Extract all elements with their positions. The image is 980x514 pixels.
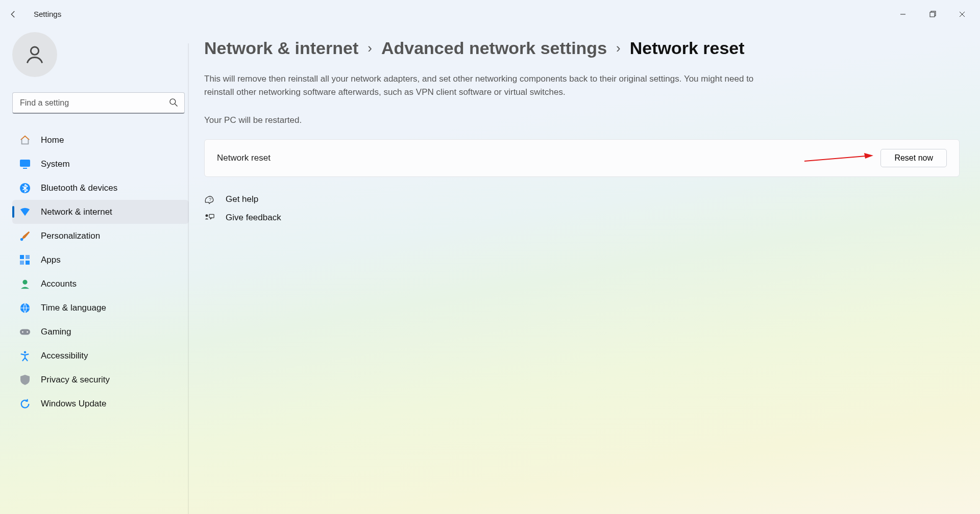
sidebar-item-label: Time & language [41,303,106,313]
svg-point-21 [24,351,27,353]
sidebar-item-personalization[interactable]: Personalization [12,224,189,248]
breadcrumb-item-current: Network reset [630,38,745,58]
sidebar-item-label: Network & internet [41,207,112,217]
update-icon [19,398,31,409]
svg-rect-9 [23,168,27,169]
svg-rect-2 [930,12,935,17]
chevron-right-icon: › [368,40,372,56]
sidebar-item-label: Bluetooth & devices [41,183,117,193]
accounts-icon [19,278,31,290]
sidebar-nav: Home System Bluetooth & devices Network … [12,128,189,416]
annotation-arrow [271,152,881,164]
svg-rect-15 [26,261,30,265]
svg-marker-23 [864,153,873,159]
reset-now-button[interactable]: Reset now [880,149,947,167]
svg-line-22 [804,156,866,161]
sidebar-item-update[interactable]: Windows Update [12,392,189,416]
svg-point-19 [22,331,23,332]
shield-icon [19,374,31,386]
window-title: Settings [34,10,61,18]
back-button[interactable] [3,4,23,24]
content: Network & internet › Advanced network se… [189,28,980,514]
svg-rect-18 [20,329,30,335]
svg-line-7 [175,104,178,107]
close-button[interactable] [947,4,977,24]
sidebar-item-apps[interactable]: Apps [12,248,189,272]
sidebar-item-privacy[interactable]: Privacy & security [12,368,189,392]
accessibility-icon [19,350,31,362]
avatar[interactable] [12,32,57,77]
svg-text:?: ? [209,197,211,202]
sidebar-item-label: Home [41,135,64,145]
svg-point-6 [170,99,176,105]
bluetooth-icon [19,183,31,194]
sidebar-item-label: Accounts [41,279,77,289]
help-icon: ? [204,194,214,204]
svg-rect-13 [26,255,30,259]
titlebar: Settings [0,0,980,28]
svg-rect-14 [20,261,24,265]
sidebar-item-label: System [41,159,70,169]
feedback-icon [204,213,214,223]
svg-point-25 [206,214,208,217]
sidebar-item-label: Apps [41,255,61,265]
sidebar-item-time[interactable]: Time & language [12,296,189,320]
apps-icon [19,254,31,266]
search-input[interactable] [12,92,185,114]
sidebar-item-accounts[interactable]: Accounts [12,272,189,296]
sidebar-item-system[interactable]: System [12,152,189,176]
system-icon [19,159,31,170]
description-line-1: This will remove then reinstall all your… [204,72,755,99]
network-reset-card: Network reset Reset now [204,139,960,177]
sidebar-item-label: Windows Update [41,399,107,409]
home-icon [19,135,31,146]
sidebar-item-label: Privacy & security [41,375,110,385]
svg-point-16 [22,279,27,284]
sidebar-item-label: Gaming [41,327,71,337]
sidebar-item-label: Personalization [41,231,100,241]
svg-point-11 [20,238,23,241]
maximize-button[interactable] [918,4,947,24]
wifi-icon [19,207,31,218]
help-link-label: Get help [226,194,258,204]
window-controls [888,4,977,24]
sidebar-item-accessibility[interactable]: Accessibility [12,344,189,368]
globe-clock-icon [19,302,31,314]
sidebar-item-home[interactable]: Home [12,128,189,152]
description-line-2: Your PC will be restarted. [204,114,755,127]
chevron-right-icon: › [616,40,621,56]
sidebar-item-label: Accessibility [41,351,88,361]
sidebar: Home System Bluetooth & devices Network … [0,28,189,514]
breadcrumb-item-network[interactable]: Network & internet [204,38,358,58]
get-help-link[interactable]: ? Get help [204,194,960,204]
paintbrush-icon [19,230,31,242]
minimize-button[interactable] [888,4,918,24]
sidebar-item-network[interactable]: Network & internet [12,200,189,224]
feedback-link-label: Give feedback [226,213,281,223]
feedback-link[interactable]: Give feedback [204,213,960,223]
page-description: This will remove then reinstall all your… [204,72,755,127]
breadcrumb-item-advanced[interactable]: Advanced network settings [381,38,607,58]
search-field-wrap [12,92,185,114]
breadcrumb: Network & internet › Advanced network se… [204,38,960,58]
svg-rect-26 [209,214,214,218]
svg-rect-12 [20,255,24,259]
search-icon [168,97,179,110]
svg-rect-8 [20,160,30,167]
card-title: Network reset [217,153,271,163]
gaming-icon [19,326,31,338]
svg-point-5 [31,47,38,55]
sidebar-item-gaming[interactable]: Gaming [12,320,189,344]
svg-point-20 [27,331,28,332]
sidebar-item-bluetooth[interactable]: Bluetooth & devices [12,176,189,200]
help-links: ? Get help Give feedback [204,194,960,223]
sidebar-divider [188,43,189,514]
